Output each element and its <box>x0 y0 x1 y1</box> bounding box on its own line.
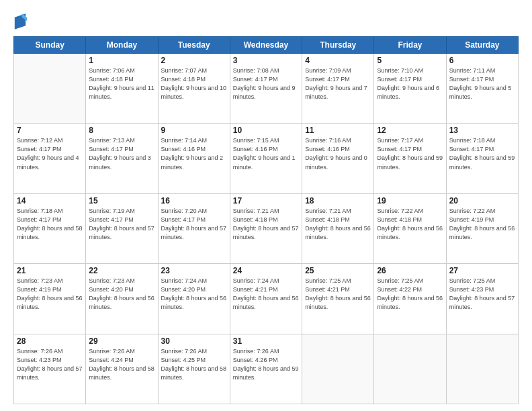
calendar-cell: 25Sunrise: 7:25 AMSunset: 4:21 PMDayligh… <box>302 264 374 334</box>
calendar-cell: 18Sunrise: 7:21 AMSunset: 4:18 PMDayligh… <box>302 193 374 263</box>
calendar-cell: 21Sunrise: 7:23 AMSunset: 4:19 PMDayligh… <box>14 264 86 334</box>
day-number: 29 <box>89 336 154 346</box>
calendar-week-2: 7Sunrise: 7:12 AMSunset: 4:17 PMDaylight… <box>14 124 519 193</box>
day-number: 15 <box>89 196 154 205</box>
day-number: 18 <box>305 196 371 205</box>
day-number: 26 <box>377 266 443 275</box>
day-number: 10 <box>233 126 299 135</box>
calendar-cell: 23Sunrise: 7:24 AMSunset: 4:20 PMDayligh… <box>158 264 230 334</box>
day-number: 17 <box>233 196 299 205</box>
cell-info: Sunrise: 7:26 AMSunset: 4:25 PMDaylight:… <box>161 348 227 381</box>
cell-info: Sunrise: 7:19 AMSunset: 4:17 PMDaylight:… <box>89 208 154 240</box>
calendar-week-4: 21Sunrise: 7:23 AMSunset: 4:19 PMDayligh… <box>14 264 519 334</box>
day-number: 14 <box>17 196 83 205</box>
cell-info: Sunrise: 7:10 AMSunset: 4:17 PMDaylight:… <box>377 67 439 100</box>
cell-info: Sunrise: 7:13 AMSunset: 4:17 PMDaylight:… <box>89 137 151 170</box>
day-number: 3 <box>233 56 299 65</box>
calendar-week-1: 1Sunrise: 7:06 AMSunset: 4:18 PMDaylight… <box>14 54 519 124</box>
cell-info: Sunrise: 7:18 AMSunset: 4:17 PMDaylight:… <box>449 137 515 170</box>
calendar-cell: 2Sunrise: 7:07 AMSunset: 4:18 PMDaylight… <box>158 54 230 124</box>
calendar-cell: 29Sunrise: 7:26 AMSunset: 4:24 PMDayligh… <box>86 334 158 404</box>
calendar-cell: 7Sunrise: 7:12 AMSunset: 4:17 PMDaylight… <box>14 124 86 193</box>
calendar-week-5: 28Sunrise: 7:26 AMSunset: 4:23 PMDayligh… <box>14 334 519 404</box>
header <box>13 12 519 31</box>
calendar-cell: 30Sunrise: 7:26 AMSunset: 4:25 PMDayligh… <box>158 334 230 404</box>
day-number: 30 <box>161 336 227 346</box>
calendar-cell <box>14 54 86 124</box>
calendar-weekday-friday: Friday <box>374 37 446 54</box>
day-number: 7 <box>17 126 83 135</box>
cell-info: Sunrise: 7:12 AMSunset: 4:17 PMDaylight:… <box>17 137 79 170</box>
day-number: 25 <box>305 266 371 275</box>
calendar-cell: 31Sunrise: 7:26 AMSunset: 4:26 PMDayligh… <box>230 334 302 404</box>
calendar-cell: 20Sunrise: 7:22 AMSunset: 4:19 PMDayligh… <box>446 193 518 263</box>
calendar-header-row: SundayMondayTuesdayWednesdayThursdayFrid… <box>14 37 519 54</box>
day-number: 1 <box>89 56 154 65</box>
calendar-cell: 27Sunrise: 7:25 AMSunset: 4:23 PMDayligh… <box>446 264 518 334</box>
calendar-weekday-wednesday: Wednesday <box>230 37 302 54</box>
cell-info: Sunrise: 7:23 AMSunset: 4:19 PMDaylight:… <box>17 277 83 310</box>
day-number: 31 <box>233 336 299 346</box>
day-number: 24 <box>233 266 299 275</box>
calendar-weekday-thursday: Thursday <box>302 37 374 54</box>
cell-info: Sunrise: 7:23 AMSunset: 4:20 PMDaylight:… <box>89 277 154 310</box>
calendar-cell: 28Sunrise: 7:26 AMSunset: 4:23 PMDayligh… <box>14 334 86 404</box>
cell-info: Sunrise: 7:25 AMSunset: 4:23 PMDaylight:… <box>449 277 515 310</box>
day-number: 21 <box>17 266 83 275</box>
day-number: 11 <box>305 126 371 135</box>
calendar-cell: 8Sunrise: 7:13 AMSunset: 4:17 PMDaylight… <box>86 124 158 193</box>
calendar-cell: 22Sunrise: 7:23 AMSunset: 4:20 PMDayligh… <box>86 264 158 334</box>
cell-info: Sunrise: 7:17 AMSunset: 4:17 PMDaylight:… <box>377 137 443 170</box>
calendar-cell: 19Sunrise: 7:22 AMSunset: 4:18 PMDayligh… <box>374 193 446 263</box>
calendar-cell: 24Sunrise: 7:24 AMSunset: 4:21 PMDayligh… <box>230 264 302 334</box>
calendar-weekday-monday: Monday <box>86 37 158 54</box>
logo <box>13 12 30 31</box>
calendar-cell: 12Sunrise: 7:17 AMSunset: 4:17 PMDayligh… <box>374 124 446 193</box>
day-number: 23 <box>161 266 227 275</box>
cell-info: Sunrise: 7:09 AMSunset: 4:17 PMDaylight:… <box>305 67 367 100</box>
day-number: 5 <box>377 56 443 65</box>
calendar-weekday-tuesday: Tuesday <box>158 37 230 54</box>
calendar-cell: 26Sunrise: 7:25 AMSunset: 4:22 PMDayligh… <box>374 264 446 334</box>
calendar-table: SundayMondayTuesdayWednesdayThursdayFrid… <box>13 36 519 404</box>
cell-info: Sunrise: 7:26 AMSunset: 4:23 PMDaylight:… <box>17 348 83 381</box>
cell-info: Sunrise: 7:06 AMSunset: 4:18 PMDaylight:… <box>89 67 154 100</box>
cell-info: Sunrise: 7:24 AMSunset: 4:21 PMDaylight:… <box>233 277 299 310</box>
cell-info: Sunrise: 7:25 AMSunset: 4:22 PMDaylight:… <box>377 277 443 310</box>
calendar-cell: 4Sunrise: 7:09 AMSunset: 4:17 PMDaylight… <box>302 54 374 124</box>
calendar-cell <box>302 334 374 404</box>
logo-icon <box>13 12 27 31</box>
cell-info: Sunrise: 7:14 AMSunset: 4:16 PMDaylight:… <box>161 137 224 170</box>
calendar-weekday-sunday: Sunday <box>14 37 86 54</box>
day-number: 20 <box>449 196 515 205</box>
day-number: 6 <box>449 56 515 65</box>
day-number: 13 <box>449 126 515 135</box>
cell-info: Sunrise: 7:26 AMSunset: 4:24 PMDaylight:… <box>89 348 154 381</box>
calendar-cell: 13Sunrise: 7:18 AMSunset: 4:17 PMDayligh… <box>446 124 518 193</box>
cell-info: Sunrise: 7:07 AMSunset: 4:18 PMDaylight:… <box>161 67 227 100</box>
cell-info: Sunrise: 7:21 AMSunset: 4:18 PMDaylight:… <box>305 208 371 240</box>
calendar-cell: 11Sunrise: 7:16 AMSunset: 4:16 PMDayligh… <box>302 124 374 193</box>
cell-info: Sunrise: 7:22 AMSunset: 4:18 PMDaylight:… <box>377 208 443 240</box>
calendar-cell: 6Sunrise: 7:11 AMSunset: 4:17 PMDaylight… <box>446 54 518 124</box>
calendar-cell: 9Sunrise: 7:14 AMSunset: 4:16 PMDaylight… <box>158 124 230 193</box>
day-number: 22 <box>89 266 154 275</box>
calendar-cell <box>374 334 446 404</box>
calendar-cell: 17Sunrise: 7:21 AMSunset: 4:18 PMDayligh… <box>230 193 302 263</box>
day-number: 2 <box>161 56 227 65</box>
calendar-cell: 1Sunrise: 7:06 AMSunset: 4:18 PMDaylight… <box>86 54 158 124</box>
day-number: 12 <box>377 126 443 135</box>
day-number: 9 <box>161 126 227 135</box>
cell-info: Sunrise: 7:22 AMSunset: 4:19 PMDaylight:… <box>449 208 515 240</box>
cell-info: Sunrise: 7:24 AMSunset: 4:20 PMDaylight:… <box>161 277 227 310</box>
calendar-weekday-saturday: Saturday <box>446 37 518 54</box>
day-number: 19 <box>377 196 443 205</box>
cell-info: Sunrise: 7:11 AMSunset: 4:17 PMDaylight:… <box>449 67 512 100</box>
cell-info: Sunrise: 7:18 AMSunset: 4:17 PMDaylight:… <box>17 208 83 240</box>
cell-info: Sunrise: 7:20 AMSunset: 4:17 PMDaylight:… <box>161 208 227 240</box>
page: SundayMondayTuesdayWednesdayThursdayFrid… <box>0 0 532 411</box>
day-number: 28 <box>17 336 83 346</box>
day-number: 8 <box>89 126 154 135</box>
cell-info: Sunrise: 7:25 AMSunset: 4:21 PMDaylight:… <box>305 277 371 310</box>
cell-info: Sunrise: 7:08 AMSunset: 4:17 PMDaylight:… <box>233 67 296 100</box>
